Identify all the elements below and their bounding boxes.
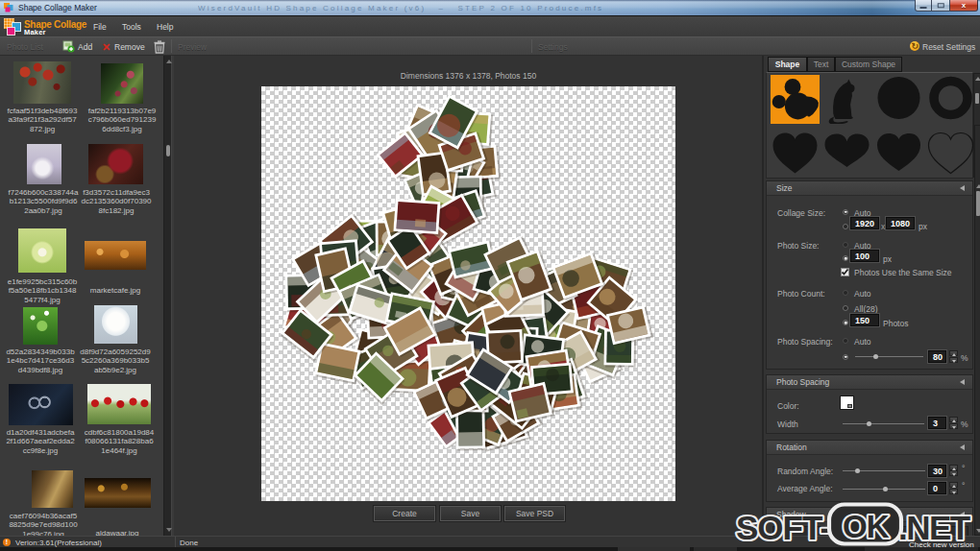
- svg-text:OK: OK: [843, 509, 890, 544]
- svg-text:SOFT-: SOFT-: [736, 509, 830, 546]
- svg-text:.NET: .NET: [898, 509, 970, 546]
